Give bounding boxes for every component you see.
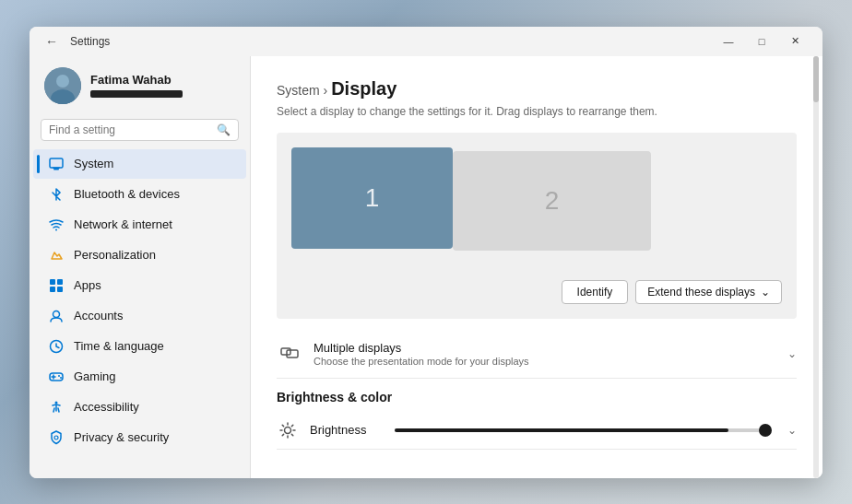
network-icon xyxy=(48,217,65,233)
page-subtitle: Select a display to change the settings … xyxy=(277,105,797,118)
svg-point-19 xyxy=(54,436,58,440)
bluetooth-label: Bluetooth & devices xyxy=(74,187,180,201)
accounts-label: Accounts xyxy=(74,309,123,322)
display-preview-area: 1 2 Identify Extend these displays ⌄ xyxy=(277,133,797,319)
page-title: Display xyxy=(331,78,396,99)
accounts-icon xyxy=(48,308,65,324)
extend-button[interactable]: Extend these displays ⌄ xyxy=(635,280,782,304)
sidebar-item-apps[interactable]: Apps xyxy=(33,271,246,300)
display-1[interactable]: 1 xyxy=(291,147,453,249)
main-content: Fatima Wahab 🔍 System xyxy=(30,56,822,478)
sidebar: Fatima Wahab 🔍 System xyxy=(30,56,251,478)
sidebar-item-accounts[interactable]: Accounts xyxy=(33,301,246,331)
personalization-icon xyxy=(48,247,65,264)
display-actions: Identify Extend these displays ⌄ xyxy=(291,280,782,304)
svg-line-27 xyxy=(282,425,283,426)
svg-rect-21 xyxy=(287,350,298,357)
time-icon xyxy=(48,338,65,355)
brightness-icon xyxy=(277,419,299,441)
privacy-icon xyxy=(48,429,65,446)
sidebar-item-privacy[interactable]: Privacy & security xyxy=(33,423,246,452)
gaming-label: Gaming xyxy=(74,369,116,383)
personalization-label: Personalization xyxy=(74,248,156,262)
brightness-row[interactable]: Brightness ⌄ xyxy=(277,412,797,450)
svg-line-29 xyxy=(291,425,292,426)
identify-button[interactable]: Identify xyxy=(562,280,629,304)
svg-line-30 xyxy=(282,434,283,435)
svg-rect-7 xyxy=(50,279,55,285)
sidebar-item-network[interactable]: Network & internet xyxy=(33,210,246,240)
brightness-label: Brightness xyxy=(310,423,384,437)
sidebar-item-system[interactable]: System xyxy=(33,149,246,179)
settings-section: Multiple displays Choose the presentatio… xyxy=(277,330,797,450)
breadcrumb: System › Display xyxy=(277,78,797,100)
multiple-displays-icon xyxy=(277,341,302,367)
page-header: System › Display xyxy=(277,78,797,100)
svg-rect-5 xyxy=(53,167,60,169)
search-icon: 🔍 xyxy=(217,123,231,136)
multiple-displays-title: Multiple displays xyxy=(314,341,787,355)
svg-point-18 xyxy=(55,401,58,404)
content-area: System › Display Select a display to cha… xyxy=(251,56,822,478)
svg-rect-10 xyxy=(57,287,63,292)
multiple-displays-sub: Choose the presentation mode for your di… xyxy=(314,356,787,367)
display-2[interactable]: 2 xyxy=(453,151,651,251)
user-info: Fatima Wahab xyxy=(90,73,183,98)
svg-point-16 xyxy=(58,375,60,377)
close-button[interactable]: ✕ xyxy=(778,29,811,54)
svg-line-28 xyxy=(291,434,292,435)
brightness-slider-fill xyxy=(395,428,728,432)
system-icon xyxy=(48,156,65,172)
maximize-button[interactable]: □ xyxy=(745,29,778,54)
svg-rect-4 xyxy=(53,169,59,170)
svg-point-22 xyxy=(285,427,291,433)
scrollbar-thumb[interactable] xyxy=(813,56,819,102)
multiple-displays-row[interactable]: Multiple displays Choose the presentatio… xyxy=(277,330,797,379)
title-bar: ← Settings — □ ✕ xyxy=(30,27,822,56)
nav-section: System Bluetooth & devices Network & int… xyxy=(30,148,250,478)
svg-rect-8 xyxy=(57,279,63,285)
avatar xyxy=(44,67,81,104)
multiple-displays-chevron: ⌄ xyxy=(787,347,797,360)
svg-point-17 xyxy=(60,377,62,379)
sidebar-item-personalization[interactable]: Personalization xyxy=(33,240,246,270)
settings-window: ← Settings — □ ✕ Fatima Wahab xyxy=(30,27,822,478)
svg-point-6 xyxy=(55,229,57,230)
sidebar-item-bluetooth[interactable]: Bluetooth & devices xyxy=(33,180,246,209)
brightness-slider[interactable] xyxy=(395,428,765,432)
displays-container: 1 2 xyxy=(291,147,782,267)
bluetooth-icon xyxy=(48,186,65,203)
scrollbar-track[interactable] xyxy=(813,56,819,478)
system-label: System xyxy=(74,157,113,170)
user-name: Fatima Wahab xyxy=(90,73,183,87)
svg-rect-20 xyxy=(281,348,290,355)
svg-rect-9 xyxy=(50,287,55,292)
accessibility-label: Accessibility xyxy=(74,400,139,414)
privacy-label: Privacy & security xyxy=(74,430,169,444)
accessibility-icon xyxy=(48,399,65,416)
sidebar-item-time[interactable]: Time & language xyxy=(33,332,246,361)
gaming-icon xyxy=(48,369,65,385)
time-label: Time & language xyxy=(74,339,164,353)
window-controls: — □ ✕ xyxy=(712,29,811,54)
back-button[interactable]: ← xyxy=(41,30,63,53)
user-email-redacted xyxy=(90,90,183,98)
svg-point-1 xyxy=(56,75,69,88)
svg-point-11 xyxy=(53,311,60,317)
brightness-slider-thumb xyxy=(759,424,772,437)
sidebar-item-gaming[interactable]: Gaming xyxy=(33,362,246,392)
apps-label: Apps xyxy=(74,278,101,292)
multiple-displays-text: Multiple displays Choose the presentatio… xyxy=(314,341,787,367)
brightness-section-label: Brightness & color xyxy=(277,390,797,404)
svg-rect-3 xyxy=(50,158,63,168)
title-bar-left: ← Settings xyxy=(41,30,712,53)
search-input[interactable] xyxy=(49,123,211,136)
apps-icon xyxy=(48,277,65,294)
chevron-down-icon: ⌄ xyxy=(761,286,770,299)
minimize-button[interactable]: — xyxy=(712,29,745,54)
search-bar[interactable]: 🔍 xyxy=(41,119,239,141)
user-profile: Fatima Wahab xyxy=(30,56,250,119)
sidebar-item-accessibility[interactable]: Accessibility xyxy=(33,393,246,422)
network-label: Network & internet xyxy=(74,217,172,231)
brightness-chevron: ⌄ xyxy=(787,424,797,437)
